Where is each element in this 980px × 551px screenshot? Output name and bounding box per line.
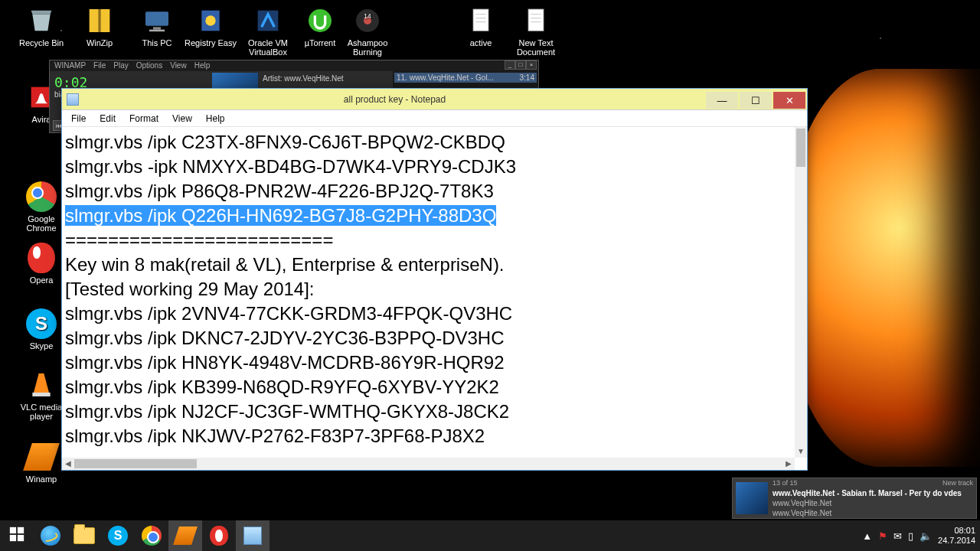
winamp-menu-help[interactable]: Help (194, 60, 211, 71)
vlc-icon (25, 369, 57, 401)
winamp-titlebar[interactable]: WINAMP File Play Options View Help _ □ × (50, 60, 538, 71)
desktop-icon-label: WinZip (72, 38, 127, 47)
desktop-icon-winzip[interactable]: WinZip (72, 5, 127, 47)
svg-rect-16 (10, 527, 16, 533)
desktop-icon-label: Registry Easy (183, 38, 238, 47)
svg-rect-12 (473, 9, 488, 31)
taskbar[interactable]: S ▲ ⚑ ✉ ▯ 🔈 08:01 24.7.2014 (0, 520, 980, 551)
wallpaper-planet (781, 69, 980, 467)
notepad-line: slmgr.vbs /ipk KB399-N68QD-R9YFQ-6XYBV-Y… (65, 375, 807, 399)
toast-album-art (736, 482, 768, 514)
opera-icon (25, 242, 57, 274)
textfile-icon (520, 5, 552, 37)
notepad-line: slmgr.vbs /ipk Q226H-HN692-BG7J8-G2PHY-8… (65, 204, 807, 228)
svg-point-6 (205, 15, 215, 25)
desktop-icon-registry-easy[interactable]: Registry Easy (183, 5, 238, 47)
notepad-menu-format[interactable]: Format (123, 112, 165, 126)
notepad-line: slmgr.vbs /ipk NJ2CF-JC3GF-WMTHQ-GKYX8-J… (65, 399, 807, 424)
tray-network-icon[interactable]: ▯ (908, 530, 913, 542)
winamp-menu-view[interactable]: View (170, 60, 187, 71)
winamp-menu-file[interactable]: File (93, 60, 106, 71)
scroll-down-arrow[interactable]: ▼ (795, 445, 807, 458)
textfile-icon (465, 5, 497, 37)
notepad-icon (67, 93, 79, 106)
winamp-artist-label: Artist: (263, 74, 283, 83)
notepad-line: ========================= (65, 228, 807, 253)
tray-show-hidden-icon[interactable]: ▲ (862, 530, 872, 542)
scroll-thumb[interactable] (74, 459, 197, 468)
desktop-icon-new-text-document[interactable]: New Text Document (508, 5, 564, 57)
svg-rect-15 (32, 393, 50, 396)
notepad-menu-file[interactable]: File (65, 112, 92, 126)
desktop-icon-label: Winamp (14, 474, 69, 484)
toast-count: 13 of 15 (773, 478, 798, 488)
notepad-window[interactable]: all product key - Notepad — ☐ ✕ File Edi… (61, 88, 808, 471)
scroll-thumb[interactable] (796, 129, 805, 167)
notepad-vscrollbar[interactable]: ▲ ▼ (795, 127, 807, 458)
chrome-icon (25, 181, 57, 213)
winamp-menu-play[interactable]: Play (113, 60, 128, 71)
desktop-icon-oracle-vm-virtualbox[interactable]: Oracle VM VirtualBox (240, 5, 296, 57)
taskbar-ie-button[interactable] (34, 520, 67, 551)
notepad-menu-help[interactable]: Help (200, 112, 231, 126)
thispc-icon (141, 5, 173, 37)
ashampoo-icon: 14 (351, 5, 384, 37)
taskbar-explorer-button[interactable] (67, 520, 101, 551)
ie-icon (41, 526, 60, 546)
tray-sound-icon[interactable]: 🔈 (920, 530, 932, 542)
scroll-left-arrow[interactable]: ◀ (62, 458, 74, 470)
svg-rect-4 (149, 30, 165, 32)
system-tray[interactable]: ▲ ⚑ ✉ ▯ 🔈 08:01 24.7.2014 (862, 520, 980, 551)
svg-rect-17 (18, 527, 24, 533)
taskbar-opera-button[interactable] (202, 520, 236, 551)
nowplaying-toast[interactable]: 13 of 15 New track www.VeqHite.Net - Sab… (732, 478, 977, 519)
winamp-menu-options[interactable]: Options (136, 60, 162, 71)
tray-time: 08:01 (938, 526, 975, 536)
notepad-hscrollbar[interactable]: ◀ ▶ (62, 458, 795, 470)
notepad-line: slmgr.vbs /ipk NKJWV-P2762-F83P7-3PF68-P… (65, 424, 807, 448)
desktop-icon-recycle-bin[interactable]: Recycle Bin (14, 5, 69, 47)
toast-title: www.VeqHite.Net - Sabian ft. Marsel - Pe… (773, 488, 973, 498)
registry-icon (194, 5, 227, 37)
taskbar-skype-button[interactable]: S (101, 520, 135, 551)
desktop-icon-this-pc[interactable]: This PC (129, 5, 185, 47)
desktop-icon-active[interactable]: active (453, 5, 508, 47)
toast-badge: New track (942, 478, 973, 488)
desktop-icon-label: Recycle Bin (14, 38, 69, 47)
winamp-maximize-button[interactable]: □ (515, 60, 526, 70)
notepad-maximize-button[interactable]: ☐ (740, 92, 772, 109)
taskbar-notepad-button[interactable] (236, 520, 270, 551)
taskbar-start-button[interactable] (0, 520, 34, 551)
notepad-line: slmgr.vbs /ipk P86Q8-PNR2W-4F226-BPJ2Q-7… (65, 179, 807, 204)
winamp-icon (25, 441, 57, 473)
taskbar-winamp-button[interactable] (168, 520, 202, 551)
svg-rect-3 (153, 27, 161, 29)
winamp-playlist-row[interactable]: 11. www.VeqHite.Net - Gol... 3:14 (394, 73, 537, 83)
desktop-icon-label: Ashampoo Burning (340, 38, 395, 57)
taskbar-chrome-button[interactable] (135, 520, 168, 551)
np-icon (243, 527, 262, 545)
desktop-icon-ashampoo-burning[interactable]: 14Ashampoo Burning (340, 5, 395, 57)
notepad-menu-edit[interactable]: Edit (93, 112, 122, 126)
notepad-titlebar[interactable]: all product key - Notepad — ☐ ✕ (62, 89, 807, 110)
tray-flag-icon[interactable]: ⚑ (878, 530, 887, 542)
notepad-minimize-button[interactable]: — (706, 92, 738, 109)
notepad-line: slmgr.vbs /ipk 2VNV4-77CKK-GRDM3-4FPQK-Q… (65, 302, 807, 326)
winamp-minimize-button[interactable]: _ (505, 60, 515, 70)
start-icon (8, 526, 25, 546)
notepad-menu-view[interactable]: View (166, 112, 198, 126)
scroll-right-arrow[interactable]: ▶ (782, 458, 795, 470)
skype-icon: S (25, 308, 57, 340)
notepad-menubar[interactable]: File Edit Format View Help (62, 110, 807, 127)
svg-rect-1 (98, 9, 100, 32)
svg-rect-13 (528, 9, 544, 31)
notepad-text-area[interactable]: slmgr.vbs /ipk C23TX-8FNX9-C6J6T-BPQW2-C… (62, 127, 807, 458)
folder-icon (74, 527, 95, 544)
notepad-close-button[interactable]: ✕ (773, 92, 805, 109)
tray-messages-icon[interactable]: ✉ (893, 530, 902, 542)
toast-sub1: www.VeqHite.Net (773, 498, 973, 508)
winamp-app-name: WINAMP (54, 60, 86, 71)
desktop-icon-label: active (453, 38, 508, 47)
tray-clock[interactable]: 08:01 24.7.2014 (938, 526, 975, 546)
winamp-close-button[interactable]: × (526, 60, 537, 70)
